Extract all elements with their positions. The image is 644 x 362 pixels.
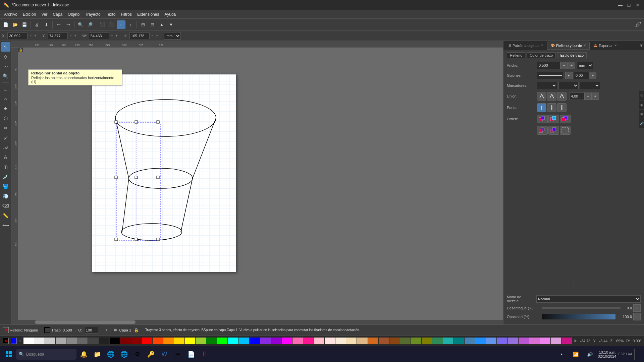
- raise-button[interactable]: ▲: [157, 20, 166, 29]
- canvas-area[interactable]: 150 175 200 225 250 275 300 325 350 50 1…: [11, 41, 503, 324]
- desenfoque-plus[interactable]: +: [633, 304, 641, 312]
- adjust-tool[interactable]: ⋯: [1, 62, 10, 71]
- color-deeppink[interactable]: [303, 338, 314, 344]
- lock-layer-icon[interactable]: 🔒: [134, 328, 139, 333]
- color-pink[interactable]: [314, 338, 324, 344]
- circle-tool[interactable]: ○: [1, 94, 10, 104]
- no-color-swatch[interactable]: ×: [3, 338, 9, 344]
- taskbar-icon-pdf[interactable]: 📄: [185, 348, 197, 360]
- panel-menu[interactable]: ▾: [640, 42, 643, 49]
- flip-h-button[interactable]: ↔: [117, 20, 125, 29]
- guiones-input[interactable]: [574, 72, 589, 79]
- spray-tool[interactable]: 💨: [1, 191, 10, 201]
- trazo-swatch[interactable]: [44, 327, 50, 333]
- color-orchid[interactable]: [529, 338, 540, 344]
- color-white[interactable]: [23, 338, 34, 344]
- color-teal[interactable]: [454, 338, 464, 344]
- tray-expand[interactable]: ▲: [555, 348, 568, 360]
- color-dodgerblue[interactable]: [475, 338, 486, 344]
- tray-volume[interactable]: 🔊: [584, 348, 596, 360]
- w-plus[interactable]: +: [115, 34, 118, 38]
- menu-filtros[interactable]: Filtros: [118, 11, 135, 17]
- color-gray5[interactable]: [77, 338, 88, 344]
- orden-btn-4[interactable]: [537, 126, 548, 135]
- orden-btn-6[interactable]: [560, 126, 571, 135]
- gradient-tool[interactable]: ◫: [1, 162, 10, 172]
- color-saddlebrown[interactable]: [389, 338, 400, 344]
- calligraphy-tool[interactable]: 𝒜: [1, 143, 10, 152]
- x-minus[interactable]: −: [29, 34, 32, 38]
- menu-archivo[interactable]: Archivo: [1, 11, 20, 17]
- taskbar-icon-kleopatra[interactable]: 🔑: [145, 348, 157, 360]
- opacidad-minus[interactable]: −: [101, 328, 103, 332]
- color-burlywood[interactable]: [357, 338, 367, 344]
- new-button[interactable]: 📄: [1, 20, 10, 29]
- eyedropper-tool[interactable]: 💉: [1, 172, 10, 181]
- marcadores-mid-select[interactable]: [558, 82, 579, 89]
- ancho-input[interactable]: [537, 62, 560, 69]
- union-miter-btn[interactable]: [537, 92, 546, 101]
- orden-btn-1[interactable]: [537, 115, 548, 123]
- color-gray7[interactable]: [99, 338, 109, 344]
- import-button[interactable]: ⬇: [42, 20, 51, 29]
- ancho-unit-select[interactable]: mm px: [577, 62, 593, 69]
- color-gray4[interactable]: [66, 338, 77, 344]
- fill-tool[interactable]: 🪣: [1, 182, 10, 191]
- text-tool[interactable]: A: [1, 153, 10, 162]
- menu-extensiones[interactable]: Extensiones: [135, 11, 162, 17]
- color-gray3[interactable]: [56, 338, 66, 344]
- w-input[interactable]: [89, 33, 109, 39]
- color-seagreen[interactable]: [432, 338, 443, 344]
- x-plus[interactable]: +: [34, 34, 37, 38]
- tab-patron[interactable]: ⊞ Patrón a objetos ✕: [505, 42, 547, 50]
- union-value-input[interactable]: [569, 93, 584, 100]
- color-gray6[interactable]: [88, 338, 98, 344]
- menu-trayecto[interactable]: Trayecto: [82, 11, 103, 17]
- color-darkolivegreen[interactable]: [400, 338, 411, 344]
- color-yellowgreen[interactable]: [196, 338, 206, 344]
- layer-icon[interactable]: ⊞: [114, 328, 117, 332]
- lock-icon[interactable]: 🔒: [18, 48, 23, 52]
- ancho-minus[interactable]: −: [560, 62, 568, 69]
- color-darkorange[interactable]: [163, 338, 174, 344]
- h-plus[interactable]: +: [155, 34, 159, 38]
- show-desktop[interactable]: [634, 348, 639, 360]
- color-darkviolet[interactable]: [271, 338, 281, 344]
- undo-button[interactable]: ↩: [54, 20, 63, 29]
- taskbar-clock[interactable]: 10:10 a.m. 02/10/2024: [598, 350, 616, 358]
- color-mediumslateblue[interactable]: [497, 338, 507, 344]
- connector-tool[interactable]: ⟷: [1, 221, 10, 230]
- lower-button[interactable]: ▼: [167, 20, 175, 29]
- tab-exportar[interactable]: 📤 Exportar ✕: [590, 42, 621, 50]
- union-minus[interactable]: −: [584, 93, 592, 100]
- color-olivedrab[interactable]: [411, 338, 421, 344]
- guiones-dropdown[interactable]: ▾: [565, 72, 573, 79]
- menu-ver[interactable]: Ver: [39, 11, 50, 17]
- union-round-btn[interactable]: [547, 92, 556, 101]
- color-green[interactable]: [206, 338, 217, 344]
- orden-btn-2[interactable]: [548, 115, 559, 123]
- group-button[interactable]: ⊞: [139, 20, 147, 29]
- measure-tool[interactable]: 📏: [1, 211, 10, 220]
- node-tool[interactable]: ◇: [1, 52, 10, 61]
- color-deepskyblue[interactable]: [239, 338, 249, 344]
- polygon-tool[interactable]: ⬡: [1, 114, 10, 123]
- close-button[interactable]: ✕: [635, 2, 641, 8]
- color-red1[interactable]: [131, 338, 142, 344]
- pencil-tool[interactable]: ✏: [1, 123, 10, 133]
- color-wheat[interactable]: [346, 338, 357, 344]
- tab-relleno-close[interactable]: ✕: [583, 44, 586, 47]
- menu-capa[interactable]: Capa: [50, 11, 65, 17]
- color-mediumvioletred[interactable]: [561, 338, 572, 344]
- color-steelblue[interactable]: [465, 338, 475, 344]
- opacidad-input[interactable]: [85, 327, 98, 334]
- h-input[interactable]: [129, 33, 150, 39]
- color-blueviolet[interactable]: [260, 338, 271, 344]
- taskbar-icon-git[interactable]: ⚙: [131, 348, 144, 360]
- color-chocolate[interactable]: [368, 338, 378, 344]
- color-yellow[interactable]: [185, 338, 195, 344]
- color-gray2[interactable]: [45, 338, 55, 344]
- color-gray1[interactable]: [34, 338, 45, 344]
- taskbar-icon-chrome[interactable]: 🌐: [105, 348, 117, 360]
- select-tool[interactable]: ↖: [1, 42, 10, 52]
